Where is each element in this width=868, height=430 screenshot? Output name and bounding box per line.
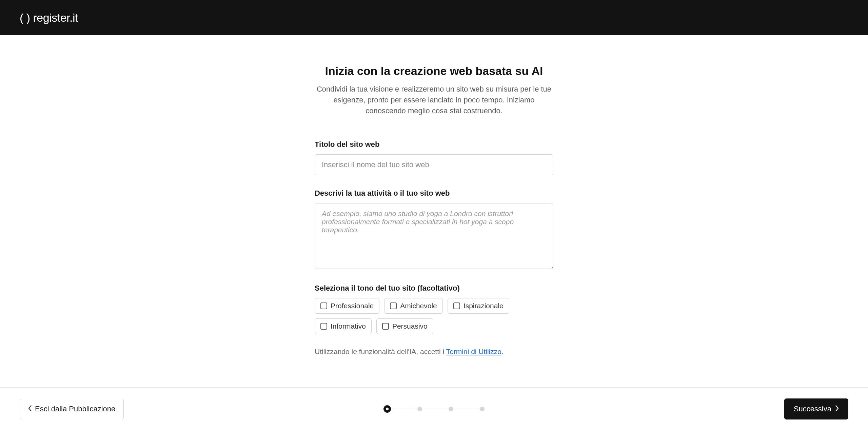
checkbox-icon [320,323,327,330]
next-button-label: Successiva [794,405,831,413]
tone-chip-informativo[interactable]: Informativo [315,318,372,334]
logo[interactable]: ( ) register.it [20,11,78,24]
step-dot-2 [417,407,422,411]
header: ( ) register.it [0,0,868,35]
main-content: Inizia con la creazione web basata su AI… [0,35,868,387]
exit-button-label: Esci dalla Pubblicazione [35,405,115,413]
step-dot-4 [480,407,485,411]
title-field-group: Titolo del sito web [315,140,553,175]
stepper [383,405,485,413]
terms-suffix: . [501,348,504,355]
chevron-left-icon [28,405,32,413]
step-dot-1 [383,405,391,413]
terms-prefix: Utilizzando le funzionalità dell'IA, acc… [315,348,446,355]
title-input[interactable] [315,154,553,175]
title-field-label: Titolo del sito web [315,140,553,149]
checkbox-icon [320,302,327,309]
checkbox-icon [390,302,397,309]
description-textarea[interactable] [315,203,553,269]
description-field-group: Descrivi la tua attività o il tuo sito w… [315,189,553,270]
step-dot-3 [449,407,453,411]
page-subtitle: Condividi la tua visione e realizzeremo … [315,84,553,116]
tone-chips: Professionale Amichevole Ispirazionale I… [315,298,553,334]
terms-link[interactable]: Termini di Utilizzo [446,348,501,355]
chip-label: Persuasivo [392,322,428,330]
tone-chip-professionale[interactable]: Professionale [315,298,379,314]
description-field-label: Descrivi la tua attività o il tuo sito w… [315,189,553,198]
next-button[interactable]: Successiva [784,398,848,419]
chip-label: Amichevole [400,302,437,310]
chip-label: Ispirazionale [463,302,504,310]
checkbox-icon [453,302,460,309]
checkbox-icon [382,323,389,330]
terms-text: Utilizzando le funzionalità dell'IA, acc… [315,348,553,356]
chevron-right-icon [835,405,839,413]
exit-button[interactable]: Esci dalla Pubblicazione [20,399,124,419]
footer: Esci dalla Pubblicazione Successiva [0,387,868,430]
stepper-track [387,409,482,409]
tone-field-label: Seleziona il tono del tuo sito (facoltat… [315,284,553,293]
tone-chip-persuasivo[interactable]: Persuasivo [376,318,433,334]
chip-label: Professionale [331,302,374,310]
chip-label: Informativo [331,322,366,330]
content-wrapper: Inizia con la creazione web basata su AI… [315,64,553,356]
tone-chip-ispirazionale[interactable]: Ispirazionale [448,298,509,314]
tone-chip-amichevole[interactable]: Amichevole [384,298,443,314]
stepper-wrapper [383,405,485,413]
tone-field-group: Seleziona il tono del tuo sito (facoltat… [315,284,553,334]
logo-text: ( ) register.it [20,11,78,24]
page-title: Inizia con la creazione web basata su AI [315,64,553,78]
